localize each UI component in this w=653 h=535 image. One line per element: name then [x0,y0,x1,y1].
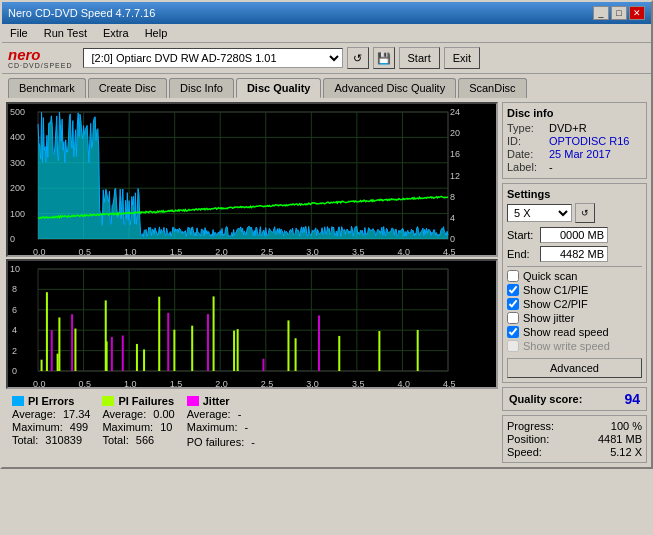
disc-id-value: OPTODISC R16 [549,135,630,147]
disc-date-row: Date: 25 Mar 2017 [507,148,642,160]
quality-value: 94 [624,391,640,407]
quality-panel: Quality score: 94 [502,387,647,411]
drive-select[interactable]: [2:0] Optiarc DVD RW AD-7280S 1.01 [83,48,343,68]
end-row: End: [507,246,642,262]
legend-jitter: Jitter Average: - Maximum: - PO failures… [187,395,255,448]
show-c2pif-row: Show C2/PIF [507,298,642,310]
progress-row: Progress: 100 % [507,420,642,432]
menu-bar: File Run Test Extra Help [2,24,651,43]
minimize-button[interactable]: _ [593,6,609,20]
tab-disc-quality[interactable]: Disc Quality [236,78,322,98]
menu-help[interactable]: Help [141,26,172,40]
pi-failures-total: Total: 566 [102,434,174,446]
speed-row-progress: Speed: 5.12 X [507,446,642,458]
tabs: Benchmark Create Disc Disc Info Disc Qua… [2,74,651,98]
start-input[interactable] [540,227,608,243]
refresh-icon[interactable]: ↺ [347,47,369,69]
maximize-button[interactable]: □ [611,6,627,20]
exit-button[interactable]: Exit [444,47,480,69]
show-c2pif-checkbox[interactable] [507,298,519,310]
disc-info-title: Disc info [507,107,642,119]
tab-disc-info[interactable]: Disc Info [169,78,234,98]
disc-label-value: - [549,161,553,173]
disc-date-value: 25 Mar 2017 [549,148,611,160]
show-write-speed-checkbox[interactable] [507,340,519,352]
right-panel: Disc info Type: DVD+R ID: OPTODISC R16 D… [502,102,647,463]
toolbar: nero CD·DVD/SPEED [2:0] Optiarc DVD RW A… [2,43,651,74]
position-row: Position: 4481 MB [507,433,642,445]
legend: PI Errors Average: 17.34 Maximum: 499 To… [6,391,498,452]
menu-run-test[interactable]: Run Test [40,26,91,40]
save-icon[interactable]: 💾 [373,47,395,69]
charts-area: PI Errors Average: 17.34 Maximum: 499 To… [6,102,498,463]
title-bar: Nero CD-DVD Speed 4.7.7.16 _ □ ✕ [2,2,651,24]
show-jitter-row: Show jitter [507,312,642,324]
pi-errors-max: Maximum: 499 [12,421,90,433]
legend-pi-errors: PI Errors Average: 17.34 Maximum: 499 To… [12,395,90,446]
disc-label-row: Label: - [507,161,642,173]
pi-errors-label: PI Errors [28,395,74,407]
tab-benchmark[interactable]: Benchmark [8,78,86,98]
speed-refresh-icon[interactable]: ↺ [575,203,595,223]
quick-scan-row: Quick scan [507,270,642,282]
quality-label: Quality score: [509,393,582,405]
pi-errors-color [12,396,24,406]
pi-failures-color [102,396,114,406]
speed-select[interactable]: 5 X 1 X2 X4 X8 XMax [507,204,572,222]
close-button[interactable]: ✕ [629,6,645,20]
pi-failures-max: Maximum: 10 [102,421,174,433]
pi-errors-avg: Average: 17.34 [12,408,90,420]
tab-advanced-disc-quality[interactable]: Advanced Disc Quality [323,78,456,98]
show-c1pie-row: Show C1/PIE [507,284,642,296]
show-write-speed-row: Show write speed [507,340,642,352]
tab-create-disc[interactable]: Create Disc [88,78,167,98]
speed-row: 5 X 1 X2 X4 X8 XMax ↺ [507,203,642,223]
disc-info-panel: Disc info Type: DVD+R ID: OPTODISC R16 D… [502,102,647,179]
pi-errors-total: Total: 310839 [12,434,90,446]
tab-scandisc[interactable]: ScanDisc [458,78,526,98]
jitter-label: Jitter [203,395,230,407]
jitter-color [187,396,199,406]
legend-pi-failures: PI Failures Average: 0.00 Maximum: 10 To… [102,395,174,446]
show-read-speed-checkbox[interactable] [507,326,519,338]
disc-type-value: DVD+R [549,122,587,134]
title-bar-text: Nero CD-DVD Speed 4.7.7.16 [8,7,155,19]
end-input[interactable] [540,246,608,262]
app-logo-sub: CD·DVD/SPEED [8,62,73,69]
pi-failures-label: PI Failures [118,395,174,407]
bottom-chart [6,259,498,389]
start-row: Start: [507,227,642,243]
pi-failures-avg: Average: 0.00 [102,408,174,420]
progress-panel: Progress: 100 % Position: 4481 MB Speed:… [502,415,647,463]
show-jitter-checkbox[interactable] [507,312,519,324]
po-failures: PO failures: - [187,436,255,448]
main-content: PI Errors Average: 17.34 Maximum: 499 To… [2,98,651,467]
advanced-button[interactable]: Advanced [507,358,642,378]
settings-panel: Settings 5 X 1 X2 X4 X8 XMax ↺ Start: En… [502,183,647,383]
title-bar-buttons: _ □ ✕ [593,6,645,20]
settings-title: Settings [507,188,642,200]
jitter-avg: Average: - [187,408,255,420]
top-chart [6,102,498,257]
menu-extra[interactable]: Extra [99,26,133,40]
app-logo-nero: nero [8,47,73,62]
quick-scan-checkbox[interactable] [507,270,519,282]
show-c1pie-checkbox[interactable] [507,284,519,296]
show-read-speed-row: Show read speed [507,326,642,338]
disc-type-row: Type: DVD+R [507,122,642,134]
menu-file[interactable]: File [6,26,32,40]
start-button[interactable]: Start [399,47,440,69]
jitter-max: Maximum: - [187,421,255,433]
disc-id-row: ID: OPTODISC R16 [507,135,642,147]
